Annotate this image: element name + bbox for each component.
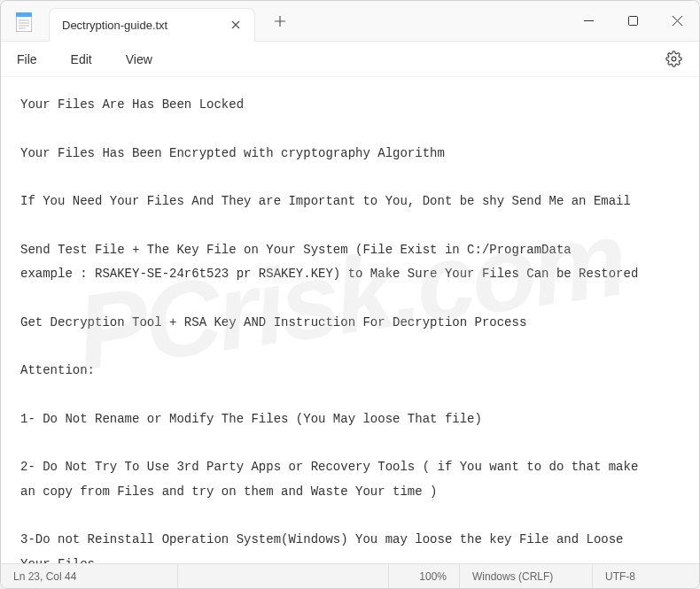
text-line: 3-Do not Reinstall Operation System(Wind…: [20, 532, 624, 546]
close-button[interactable]: [655, 1, 699, 41]
text-line: example : RSAKEY-SE-24r6t523 pr RSAKEY.K…: [20, 267, 638, 281]
text-line: Get Decryption Tool + RSA Key AND Instru…: [20, 315, 526, 329]
text-line: Your Files Are Has Been Locked: [20, 97, 244, 112]
text-line: Your Files: [20, 557, 95, 563]
status-eol[interactable]: Windows (CRLF): [460, 564, 593, 588]
tab-title: Dectryption-guide.txt: [62, 19, 167, 32]
new-tab-button[interactable]: [264, 5, 296, 37]
status-zoom[interactable]: 100%: [389, 564, 460, 588]
gear-icon[interactable]: [665, 50, 683, 68]
document-tab[interactable]: Dectryption-guide.txt: [49, 8, 255, 42]
text-line: an copy from Files and try on them and W…: [20, 484, 437, 499]
status-position[interactable]: Ln 23, Col 44: [1, 564, 178, 588]
notepad-app-icon: [15, 11, 33, 32]
text-line: Attention:: [20, 363, 95, 377]
svg-rect-1: [16, 12, 32, 17]
text-editor[interactable]: Your Files Are Has Been Locked Your File…: [1, 77, 699, 563]
statusbar: Ln 23, Col 44 100% Windows (CRLF) UTF-8: [1, 563, 699, 588]
window-controls: [566, 1, 699, 41]
menu-view[interactable]: View: [126, 52, 152, 66]
text-line: 2- Do Not Try To Use 3rd Party Apps or R…: [20, 460, 638, 474]
svg-point-14: [672, 57, 676, 61]
minimize-button[interactable]: [566, 1, 611, 41]
menu-file[interactable]: File: [17, 52, 37, 66]
close-tab-icon[interactable]: [229, 19, 242, 31]
menubar: File Edit View: [1, 42, 699, 77]
text-line: 1- Do Not Rename or Modify The Files (Yo…: [20, 412, 482, 426]
notepad-window: Dectryption-guide.txt File Edit View: [0, 0, 700, 589]
text-line: Send Test File + The Key File on Your Sy…: [20, 243, 572, 257]
status-spacer: [178, 564, 389, 588]
svg-rect-11: [628, 17, 637, 26]
menu-edit[interactable]: Edit: [71, 52, 92, 66]
maximize-button[interactable]: [611, 1, 655, 41]
text-line: Your Files Has Been Encrypted with crypt…: [20, 146, 445, 160]
status-encoding[interactable]: UTF-8: [593, 564, 699, 588]
titlebar: Dectryption-guide.txt: [1, 1, 699, 42]
text-line: If You Need Your Files And They are Impo…: [20, 194, 631, 208]
